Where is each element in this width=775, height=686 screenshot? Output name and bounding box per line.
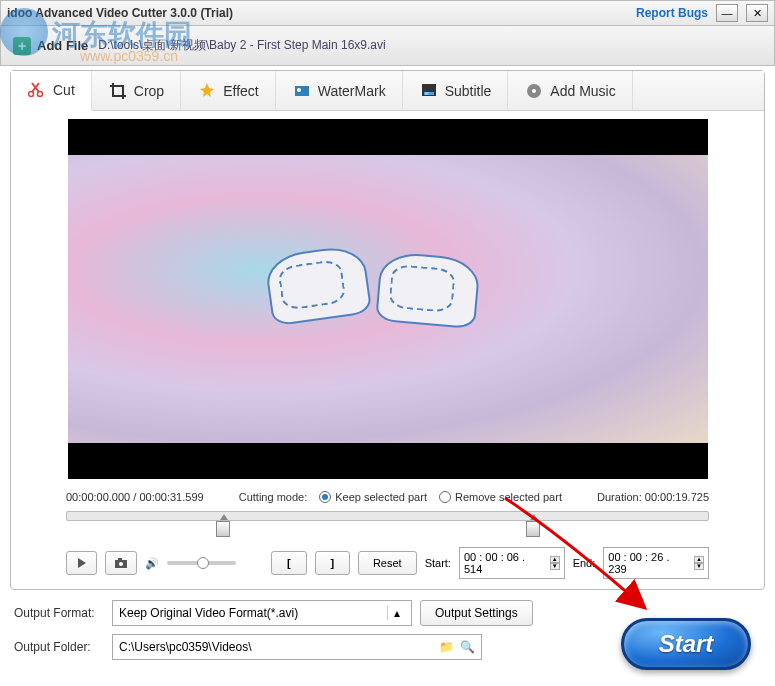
report-bugs-link[interactable]: Report Bugs	[636, 6, 708, 20]
titlebar: idoo Advanced Video Cutter 3.0.0 (Trial)…	[0, 0, 775, 26]
trim-end-handle[interactable]	[526, 521, 540, 537]
subtitle-icon: ST	[419, 81, 439, 101]
svg-text:ST: ST	[425, 91, 429, 95]
reset-button[interactable]: Reset	[358, 551, 417, 575]
crop-icon	[108, 81, 128, 101]
music-icon	[524, 81, 544, 101]
tab-crop[interactable]: Crop	[92, 71, 181, 111]
svg-point-9	[532, 89, 536, 93]
start-time-input[interactable]: 00 : 00 : 06 . 514 ▲▼	[459, 547, 565, 579]
end-time-input[interactable]: 00 : 00 : 26 . 239 ▲▼	[603, 547, 709, 579]
video-preview[interactable]	[68, 119, 708, 479]
end-spinner[interactable]: ▲▼	[694, 556, 704, 570]
playback-time: 00:00:00.000 / 00:00:31.599	[66, 491, 204, 503]
loaded-file-path: D:\tools\桌面\新视频\Baby 2 - First Step Main…	[98, 37, 385, 54]
radio-remove-selected[interactable]: Remove selected part	[439, 491, 562, 503]
set-start-bracket[interactable]: [	[271, 551, 306, 575]
tab-watermark[interactable]: WaterMark	[276, 71, 403, 111]
duration-display: Duration: 00:00:19.725	[597, 491, 709, 503]
cutting-mode-label: Cutting mode:	[239, 491, 307, 503]
svg-rect-3	[295, 86, 309, 96]
end-time-label: End:	[573, 557, 596, 569]
output-format-label: Output Format:	[14, 606, 104, 620]
play-button[interactable]	[66, 551, 97, 575]
tab-bar: Cut Crop Effect WaterMark ST Subtitle	[11, 71, 764, 111]
svg-point-1	[38, 92, 43, 97]
tab-cut[interactable]: Cut	[11, 71, 92, 111]
set-end-bracket[interactable]: ]	[315, 551, 350, 575]
minimize-button[interactable]: —	[716, 4, 738, 22]
svg-point-4	[297, 88, 301, 92]
start-spinner[interactable]: ▲▼	[550, 556, 560, 570]
trim-start-handle[interactable]	[216, 521, 230, 537]
output-folder-input[interactable]: C:\Users\pc0359\Videos\ 📁 🔍	[112, 634, 482, 660]
file-toolbar: + Add File D:\tools\桌面\新视频\Baby 2 - Firs…	[0, 26, 775, 66]
output-format-combo[interactable]: Keep Original Video Format(*.avi) ▴	[112, 600, 412, 626]
svg-point-11	[119, 562, 123, 566]
svg-rect-12	[118, 558, 122, 560]
radio-keep-selected[interactable]: Keep selected part	[319, 491, 427, 503]
window-title: idoo Advanced Video Cutter 3.0.0 (Trial)	[7, 6, 233, 20]
add-file-label: Add File	[37, 38, 88, 53]
volume-slider[interactable]	[167, 561, 236, 565]
watermark-icon	[292, 81, 312, 101]
close-button[interactable]: ✕	[746, 4, 768, 22]
search-icon[interactable]: 🔍	[460, 640, 475, 654]
tab-effect[interactable]: Effect	[181, 71, 276, 111]
plus-icon: +	[13, 37, 31, 55]
scissors-icon	[27, 80, 47, 100]
speaker-icon: 🔊	[145, 557, 159, 570]
trim-slider[interactable]	[11, 507, 764, 541]
svg-rect-2	[113, 86, 123, 96]
effect-icon	[197, 81, 217, 101]
main-panel: Cut Crop Effect WaterMark ST Subtitle	[10, 70, 765, 590]
snapshot-button[interactable]	[105, 551, 136, 575]
radio-on-icon	[319, 491, 331, 503]
start-button[interactable]: Start	[621, 618, 751, 670]
tab-subtitle[interactable]: ST Subtitle	[403, 71, 509, 111]
tab-addmusic[interactable]: Add Music	[508, 71, 632, 111]
output-folder-label: Output Folder:	[14, 640, 104, 654]
add-file-button[interactable]: + Add File	[13, 37, 88, 55]
info-row: 00:00:00.000 / 00:00:31.599 Cutting mode…	[11, 487, 764, 507]
start-time-label: Start:	[425, 557, 451, 569]
preview-area	[11, 111, 764, 487]
folder-icon[interactable]: 📁	[439, 640, 454, 654]
chevron-up-icon: ▴	[387, 606, 405, 620]
svg-point-0	[29, 92, 34, 97]
output-settings-button[interactable]: Output Settings	[420, 600, 533, 626]
playback-controls: 🔊 [ ] Reset Start: 00 : 00 : 06 . 514 ▲▼…	[11, 541, 764, 589]
radio-off-icon	[439, 491, 451, 503]
